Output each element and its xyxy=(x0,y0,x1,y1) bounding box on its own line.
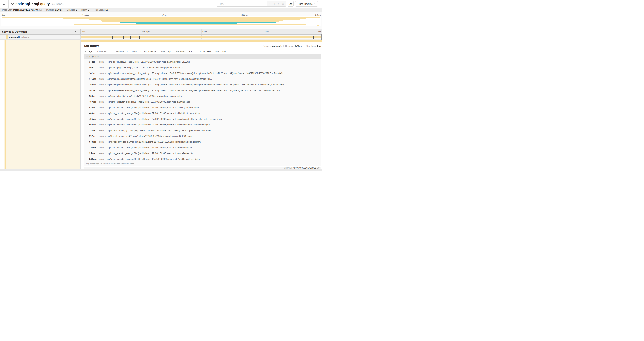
log-row[interactable]: 2.7ms: event = ‹sql/conn_executor_exec.g… xyxy=(84,150,321,156)
log-field: event xyxy=(99,61,104,63)
log-row[interactable]: 201μs: event = ‹sql/catalog/lease/descri… xyxy=(84,88,321,93)
match-locate-icon[interactable] xyxy=(269,3,272,5)
log-row[interactable]: 678μs: event = ‹sql/distsql_physical_pla… xyxy=(84,139,321,145)
log-expand-chevron-icon[interactable] xyxy=(86,152,88,154)
log-timestamp: 80μs: xyxy=(89,66,99,69)
column-resizer-grip[interactable] xyxy=(79,31,80,33)
log-expand-chevron-icon[interactable] xyxy=(86,78,88,80)
log-expand-chevron-icon[interactable] xyxy=(86,130,88,131)
log-row[interactable]: 176μs: event = ‹sql/catalog/descs/descri… xyxy=(84,76,321,82)
log-value: ‹sql/distsql_running.go:498 [nsql1,clien… xyxy=(107,135,192,137)
minimap-span-bar xyxy=(102,21,278,22)
next-match-icon[interactable]: ∨ xyxy=(278,3,280,5)
command-icon: ⌘ xyxy=(289,2,292,6)
find-suffix: ∧ ∨ ✕ xyxy=(267,1,286,7)
log-expand-chevron-icon[interactable] xyxy=(86,141,88,143)
expand-one-icon[interactable] xyxy=(66,31,68,33)
log-value: ‹sql/catalog/lease/descriptor_version_st… xyxy=(107,72,283,75)
tags-section[interactable]: Tags: _unfinished = 1 _verbose xyxy=(84,50,321,53)
span-row-name-cell[interactable]: node sql1 sql query xyxy=(0,35,80,40)
log-expand-chevron-icon[interactable] xyxy=(86,118,88,120)
minimap-canvas[interactable] xyxy=(1,16,321,26)
log-row[interactable]: 597μs: event = ‹sql/distsql_running.go:4… xyxy=(84,133,321,139)
span-collapse-chevron-icon[interactable] xyxy=(2,36,4,38)
summary-item: Duration: 2.79ms xyxy=(284,45,302,47)
log-row[interactable]: 495μs: event = ‹sql/conn_executor_exec.g… xyxy=(84,116,321,122)
deep-link-icon[interactable] xyxy=(317,167,320,169)
log-expand-chevron-icon[interactable] xyxy=(86,90,88,91)
logs-footnote: Log timestamps are relative to the start… xyxy=(84,162,321,166)
log-row[interactable]: 366μs: event = ‹sql/plan_opt.go:358 [nsq… xyxy=(84,93,321,99)
keyboard-shortcuts-button[interactable]: ⌘ xyxy=(288,1,294,7)
log-expand-chevron-icon[interactable] xyxy=(86,112,88,114)
log-value: ‹sql/conn_executor_exec.go:684 [nsql1,cl… xyxy=(107,152,192,155)
span-detail-duration-bar[interactable] xyxy=(81,40,322,42)
log-row[interactable]: 476μs: event = ‹sql/conn_executor_exec.g… xyxy=(84,105,321,110)
log-timestamp: 176μs: xyxy=(89,78,99,80)
log-expand-chevron-icon[interactable] xyxy=(86,84,88,86)
tags-expand-chevron-icon[interactable] xyxy=(84,51,86,53)
logs-header[interactable]: Logs (18) xyxy=(84,54,321,59)
tag-value: SELECT * FROM users xyxy=(188,50,211,53)
log-expand-chevron-icon[interactable] xyxy=(86,135,88,137)
prev-match-icon[interactable]: ∧ xyxy=(274,3,276,5)
minimap-left-drag-handle[interactable] xyxy=(1,17,2,22)
tag-item: _unfinished = 1 xyxy=(96,50,110,53)
log-field: event xyxy=(99,66,104,69)
minimap-right-drag-handle[interactable] xyxy=(320,17,321,22)
timeline-tick-label: 0μs xyxy=(81,31,85,33)
view-selector-label: Trace Timeline xyxy=(298,3,313,5)
logs-label: Logs xyxy=(89,55,95,58)
minimap-time-label: 2.79ms xyxy=(315,14,321,16)
log-expand-chevron-icon[interactable] xyxy=(86,158,88,160)
view-selector-button[interactable]: Trace Timeline xyxy=(295,1,318,7)
log-row[interactable]: 486μs: event = ‹sql/conn_executor_exec.g… xyxy=(84,110,321,116)
log-expand-chevron-icon[interactable] xyxy=(86,107,88,109)
log-marker-tick xyxy=(314,36,314,39)
log-field: event xyxy=(99,152,104,155)
log-row[interactable]: 459μs: event = ‹sql/conn_executor_exec.g… xyxy=(84,99,321,105)
log-row[interactable]: 502μs: event = ‹sql/conn_executor_exec.g… xyxy=(84,122,321,128)
log-expand-chevron-icon[interactable] xyxy=(86,67,88,69)
log-row[interactable]: 2.79ms: event = ‹sql/conn_executor_exec.… xyxy=(84,156,321,162)
collapse-trace-chevron-icon[interactable] xyxy=(11,3,14,5)
log-expand-chevron-icon[interactable] xyxy=(86,61,88,63)
collapse-all-icon[interactable] xyxy=(70,31,72,33)
collapse-one-icon[interactable] xyxy=(62,31,64,33)
log-expand-chevron-icon[interactable] xyxy=(86,101,88,103)
log-marker-tick xyxy=(130,36,130,39)
log-timestamp: 366μs: xyxy=(89,95,99,97)
minimap-span-bar xyxy=(317,25,319,26)
span-detail-content: sql query Service: node sql1 Duration: 2… xyxy=(81,42,322,169)
log-row[interactable]: 574μs: event = ‹sql/distsql_running.go:1… xyxy=(84,128,321,133)
log-expand-chevron-icon[interactable] xyxy=(86,72,88,74)
log-expand-chevron-icon[interactable] xyxy=(86,95,88,97)
minimap-span-bar xyxy=(136,23,237,24)
summary-item: Service: node sql1 xyxy=(263,45,282,47)
logs-collapse-chevron-icon[interactable] xyxy=(86,56,88,58)
span-detail-indent xyxy=(0,40,80,169)
find-input[interactable] xyxy=(217,1,267,7)
vertical-scrollbar-thumb[interactable] xyxy=(321,35,322,40)
back-button[interactable]: ← xyxy=(0,0,9,8)
log-row[interactable]: 80μs: event = ‹sql/plan_opt.go:358 [nsql… xyxy=(84,65,321,70)
log-row[interactable]: 189μs: event = ‹sql/catalog/lease/descri… xyxy=(84,82,321,88)
expand-all-icon[interactable] xyxy=(74,31,76,33)
log-expand-chevron-icon[interactable] xyxy=(86,147,88,149)
tag-equals: = xyxy=(220,51,222,53)
stat-label: Services xyxy=(67,9,75,11)
service-operation-title: Service & Operation xyxy=(2,30,62,33)
clear-find-icon[interactable]: ✕ xyxy=(282,3,284,5)
log-row[interactable]: 142μs: event = ‹sql/catalog/lease/descri… xyxy=(84,70,321,76)
page-title: node sql1: sql query xyxy=(16,2,50,6)
log-row[interactable]: 34μs: event = ‹sql/exec_util.go:2297 [ns… xyxy=(84,59,321,65)
tag-key: _unfinished xyxy=(96,50,106,53)
log-row[interactable]: 2.69ms: event = ‹sql/conn_executor_exec.… xyxy=(84,145,321,150)
log-expand-chevron-icon[interactable] xyxy=(86,124,88,126)
trace-stat: Duration 2.79ms xyxy=(44,9,63,11)
log-value: ‹sql/catalog/lease/descriptor_version_st… xyxy=(107,89,284,92)
log-timestamp: 502μs: xyxy=(89,124,99,126)
log-equals: = xyxy=(105,147,106,149)
log-timestamp: 2.79ms: xyxy=(89,158,99,160)
span-duration-bar[interactable] xyxy=(81,36,322,38)
